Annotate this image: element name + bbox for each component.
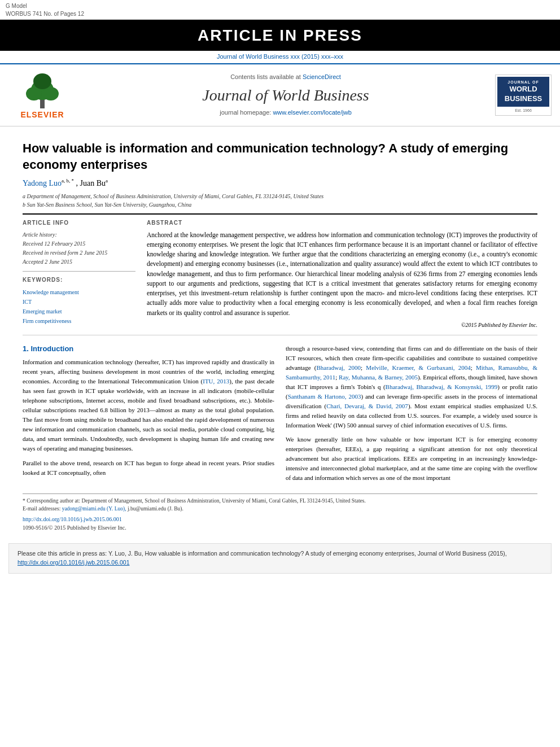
authors-line: Yadong Luoa, b, * , Juan Bua <box>23 177 537 189</box>
world-business-logo: JOURNAL OF WORLD BUSINESS Est. 1966 <box>495 75 552 116</box>
elsevier-logo: ELSEVIER <box>8 70 76 121</box>
intro-para2: Parallel to the above trend, research on… <box>23 458 274 478</box>
article-in-press-text: ARTICLE IN PRESS <box>198 27 362 44</box>
right-para1: through a resource-based view, contendin… <box>286 344 537 430</box>
santhanam-link[interactable]: Santhanam & Hartono, 2003 <box>288 393 361 400</box>
journal-homepage-line: journal homepage: www.elsevier.com/locat… <box>85 108 487 117</box>
affil2: b Sun Yat-Sen Business School, Sun Yat-S… <box>23 200 537 209</box>
journal-ref-text: Journal of World Business xxx (2015) xxx… <box>217 53 343 60</box>
body-content: 1. Introduction Information and communic… <box>23 344 537 488</box>
svg-point-2 <box>26 87 42 101</box>
sciencedirect-prefix: Contents lists available at <box>230 73 301 80</box>
ray-link[interactable]: Ray, Muhanna, & Barney, 2005 <box>339 374 418 381</box>
keyword-1: Knowledge management <box>23 287 135 297</box>
author1-sup: a, b, * <box>62 178 74 184</box>
article-in-press-bar: ARTICLE IN PRESS <box>0 20 560 51</box>
worbus-text: WORBUS 741 No. of Pages 12 <box>6 10 84 18</box>
affil1: a Department of Management, School of Bu… <box>23 192 537 200</box>
copyright-line: ©2015 Published by Elsevier Inc. <box>147 321 537 329</box>
received-date: Received 12 February 2015 <box>23 239 135 248</box>
accepted-date: Accepted 2 June 2015 <box>23 257 135 267</box>
article-info-col: Article info Article history: Received 1… <box>23 219 135 329</box>
sciencedirect-line: Contents lists available at ScienceDirec… <box>85 73 487 81</box>
issn-line: 1090-9516/© 2015 Published by Elsevier I… <box>23 523 537 532</box>
gmodel-text: G Model <box>6 2 84 10</box>
keywords-section: Keywords: Knowledge management ICT Emerg… <box>23 276 135 326</box>
abstract-col: Abstract Anchored at the knowledge manag… <box>147 219 537 329</box>
email2-text: j.bu@umiami.edu (J. Bu). <box>128 506 183 512</box>
abstract-label: Abstract <box>147 219 537 227</box>
header-center: Contents lists available at ScienceDirec… <box>85 73 487 117</box>
keyword-2: ICT <box>23 297 135 307</box>
world-logo-top: JOURNAL OF <box>500 80 546 85</box>
intro-para1: Information and communication technology… <box>23 357 274 453</box>
journal-homepage-link[interactable]: www.elsevier.com/locate/jwb <box>273 109 351 116</box>
top-banner: G Model WORBUS 741 No. of Pages 12 <box>0 0 560 20</box>
bharadwaj-1999-link[interactable]: Bharadwaj, Bharadwaj, & Konsynski, 1999 <box>386 383 498 390</box>
sciencedirect-link[interactable]: ScienceDirect <box>303 73 341 80</box>
main-content: How valuable is information and communic… <box>0 126 560 538</box>
elsevier-text: ELSEVIER <box>20 110 64 121</box>
abstract-divider <box>23 335 537 335</box>
keyword-3: Emerging market <box>23 307 135 316</box>
keyword-4: Firm competitiveness <box>23 316 135 326</box>
article-title: How valuable is information and communic… <box>23 141 537 173</box>
history-label: Article history: <box>23 230 135 239</box>
body-right-col: through a resource-based view, contendin… <box>286 344 537 488</box>
email1-link[interactable]: yadong@miami.edu (Y. Luo), <box>62 506 126 512</box>
world-business-logo-inner: JOURNAL OF WORLD BUSINESS <box>497 77 549 107</box>
doi-line: http://dx.doi.org/10.1016/j.jwb.2015.06.… <box>23 515 537 523</box>
revised-date: Received in revised form 2 June 2015 <box>23 248 135 257</box>
journal-ref-line: Journal of World Business xxx (2015) xxx… <box>0 51 560 64</box>
author1-name: Yadong Luo <box>23 179 62 187</box>
elsevier-tree-icon <box>20 70 65 110</box>
world-logo-world: WORLD <box>500 85 546 94</box>
intro-heading: 1. Introduction <box>23 344 274 354</box>
svg-point-3 <box>43 87 59 101</box>
info-divider <box>23 271 135 272</box>
abstract-text: Anchored at the knowledge management per… <box>147 230 537 318</box>
svg-point-4 <box>33 73 51 89</box>
header-section: ELSEVIER Contents lists available at Sci… <box>0 64 560 127</box>
journal-title: Journal of World Business <box>85 84 487 106</box>
gmodel-info: G Model WORBUS 741 No. of Pages 12 <box>6 2 84 18</box>
email-label: E-mail addresses: <box>23 506 60 512</box>
world-logo-sub: Est. 1966 <box>497 108 549 113</box>
citation-box: Please cite this article in press as: Y.… <box>8 543 552 574</box>
citation-text: Please cite this article in press as: Y.… <box>18 550 507 557</box>
body-left-col: 1. Introduction Information and communic… <box>23 344 274 488</box>
article-info-label: Article info <box>23 219 135 227</box>
chari-link[interactable]: Chari, Devaraj, & David, 2007 <box>326 403 408 409</box>
citation-doi-link[interactable]: http://dx.doi.org/10.1016/j.jwb.2015.06.… <box>18 559 129 566</box>
author2-sup: a <box>106 178 108 184</box>
corresponding-author: * Corresponding author at: Department of… <box>23 497 537 505</box>
keywords-label: Keywords: <box>23 276 135 284</box>
title-divider <box>23 213 537 215</box>
author2-name: , Juan Bu <box>76 179 106 187</box>
article-history: Article history: Received 12 February 20… <box>23 230 135 267</box>
right-para2: We know generally little on how valuable… <box>286 435 537 483</box>
itu-link[interactable]: ITU, 2013 <box>203 378 229 385</box>
affiliations: a Department of Management, School of Bu… <box>23 192 537 209</box>
footnote-section: * Corresponding author at: Department of… <box>23 493 537 532</box>
article-info-abstract: Article info Article history: Received 1… <box>23 219 537 329</box>
world-logo-business: BUSINESS <box>500 94 546 104</box>
homepage-prefix: journal homepage: <box>220 109 271 116</box>
doi-link[interactable]: http://dx.doi.org/10.1016/j.jwb.2015.06.… <box>23 516 122 522</box>
email-addresses: E-mail addresses: yadong@miami.edu (Y. L… <box>23 505 537 513</box>
melville-link[interactable]: Melville, Kraemer, & Gurbaxani, 2004 <box>366 364 470 371</box>
bharadwaj-2000-link[interactable]: Bharadwaj, 2000 <box>316 364 361 371</box>
